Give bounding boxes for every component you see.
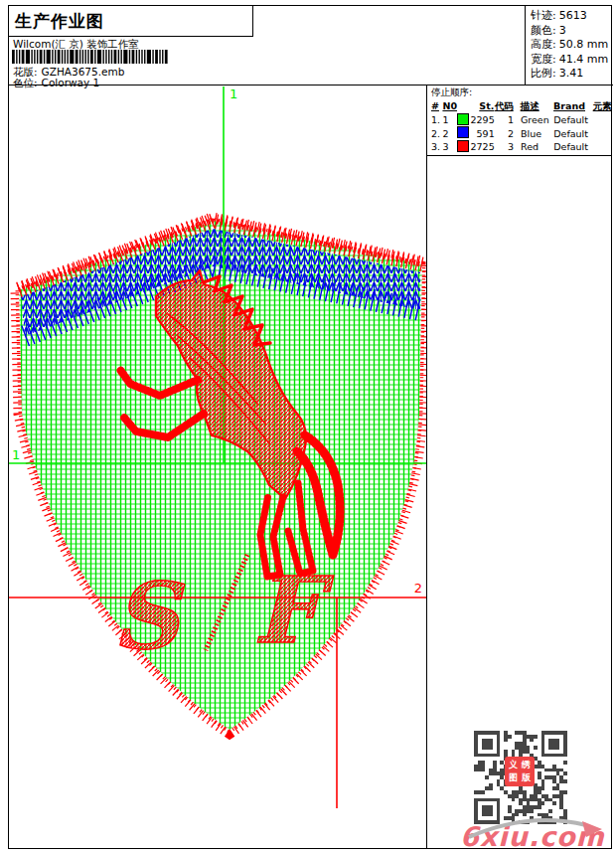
barcode <box>12 50 169 64</box>
color-swatch-blue <box>457 126 469 138</box>
title-box: 生产作业图 <box>8 5 253 37</box>
column-divider <box>426 85 427 849</box>
color-count: 颜色:3 <box>531 24 611 39</box>
design-info-panel: 针迹:5613 颜色:3 高度:50.8 mm 宽度:41.4 mm 比例:3.… <box>531 9 611 82</box>
page-title: 生产作业图 <box>8 5 252 33</box>
color-swatch-green <box>457 113 469 125</box>
design-height: 高度:50.8 mm <box>531 38 611 53</box>
embroidery-design-canvas: 1 1 2 S F <box>9 86 426 849</box>
end-marker-label: 2 <box>414 581 422 596</box>
stitch-count: 针迹:5613 <box>531 9 611 24</box>
swoosh-icon <box>459 807 610 841</box>
stop-sequence-table: 停止顺序: # N0 St. 代码 描述 Brand 元素 1. 1 2295 … <box>427 86 612 156</box>
seal-stamp: 义 绣 图 版 <box>505 757 535 786</box>
stop-sequence-header: # N0 St. 代码 描述 Brand 元素 <box>431 100 612 113</box>
stop-sequence-title: 停止顺序: <box>431 86 612 99</box>
svg-text:S: S <box>112 563 185 670</box>
design-scale: 比例:3.41 <box>531 67 611 82</box>
table-row: 3. 3 2725 3 Red Default <box>431 140 612 154</box>
table-row: 1. 1 2295 1 Green Default <box>431 113 612 127</box>
header-divider <box>525 5 526 85</box>
start-marker-label-left: 1 <box>12 447 20 462</box>
start-marker-label-top: 1 <box>230 86 237 101</box>
design-width: 宽度:41.4 mm <box>531 53 611 68</box>
table-row: 2. 2 591 2 Blue Default <box>431 127 612 141</box>
color-swatch-red <box>457 140 469 152</box>
